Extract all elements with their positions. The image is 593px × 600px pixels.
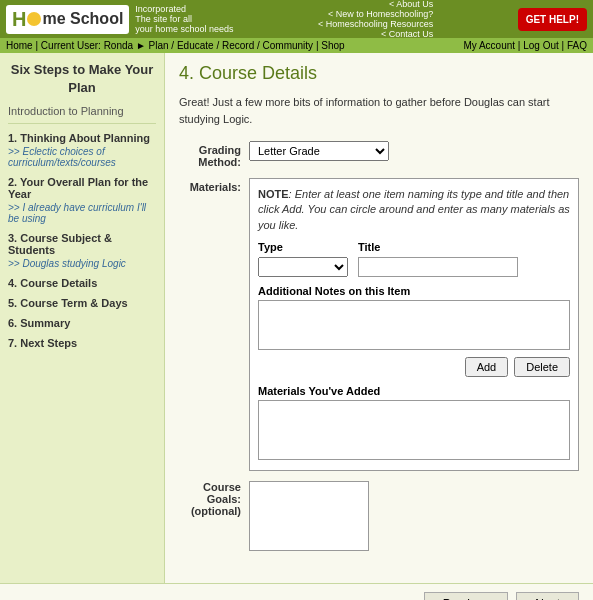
- next-button[interactable]: Next: [516, 592, 579, 600]
- course-goals-row: Course Goals: (optional): [179, 481, 579, 551]
- grading-row: Grading Method: Letter Grade Pass/Fail P…: [179, 141, 579, 168]
- step-1-title: 1. Thinking About Planning: [8, 132, 156, 144]
- resources-link[interactable]: < Homeschooling Resources: [318, 19, 433, 29]
- logo-sub: Incorporated The site for all your home …: [135, 4, 233, 34]
- logo-area: H me School Incorporated The site for al…: [6, 4, 233, 34]
- about-link[interactable]: < About Us: [389, 0, 433, 9]
- step-2-title: 2. Your Overall Plan for the Year: [8, 176, 156, 200]
- educate-link[interactable]: Educate / Record: [177, 40, 254, 51]
- current-user-link[interactable]: Current User: Ronda: [41, 40, 133, 51]
- plan-link[interactable]: Plan: [149, 40, 169, 51]
- type-title-headers: Type Title: [258, 241, 570, 253]
- notes-label: Additional Notes on this Item: [258, 285, 570, 297]
- navbar: Home | Current User: Ronda ► Plan / Educ…: [0, 38, 593, 53]
- logo-circle-icon: [27, 12, 41, 26]
- main-layout: Six Steps to Make Your Plan Introduction…: [0, 53, 593, 583]
- step-5-title: 5. Course Term & Days: [8, 297, 156, 309]
- logo-incorporated: Incorporated: [135, 4, 233, 14]
- materials-added-label: Materials You've Added: [258, 385, 570, 397]
- sidebar-step-1: 1. Thinking About Planning >> Eclectic c…: [8, 132, 156, 168]
- logo-text: me School: [42, 10, 123, 28]
- step-6-title: 6. Summary: [8, 317, 156, 329]
- course-goals-label: Course Goals: (optional): [179, 481, 249, 517]
- sidebar-title: Six Steps to Make Your Plan: [8, 61, 156, 97]
- logo-h: H: [12, 8, 26, 31]
- logo: H me School: [6, 5, 129, 34]
- content-area: 4. Course Details Great! Just a few more…: [165, 53, 593, 583]
- page-title: 4. Course Details: [179, 63, 579, 84]
- materials-container: NOTE: Enter at least one item naming its…: [249, 178, 579, 471]
- tagline-line1: The site for all: [135, 14, 233, 24]
- grading-control: Letter Grade Pass/Fail Percentage None: [249, 141, 579, 161]
- sidebar-step-3: 3. Course Subject & Students >> Douglas …: [8, 232, 156, 269]
- materials-box: NOTE: Enter at least one item naming its…: [249, 178, 579, 471]
- materials-note-text: : Enter at least one item naming its typ…: [258, 188, 570, 231]
- step-7-title: 7. Next Steps: [8, 337, 156, 349]
- sidebar-step-2: 2. Your Overall Plan for the Year >> I a…: [8, 176, 156, 224]
- step-2-link[interactable]: >> I already have curriculum I'll be usi…: [8, 202, 156, 224]
- previous-button[interactable]: Previous: [424, 592, 509, 600]
- add-delete-buttons: Add Delete: [258, 357, 570, 377]
- delete-button[interactable]: Delete: [514, 357, 570, 377]
- breadcrumb: Home | Current User: Ronda ► Plan / Educ…: [6, 40, 345, 51]
- type-select[interactable]: [258, 257, 348, 277]
- intro-text: Great! Just a few more bits of informati…: [179, 94, 579, 127]
- materials-row: Materials: NOTE: Enter at least one item…: [179, 178, 579, 471]
- new-homeschooling-link[interactable]: < New to Homeschooling?: [328, 9, 433, 19]
- materials-note: NOTE: Enter at least one item naming its…: [258, 187, 570, 233]
- title-input[interactable]: [358, 257, 518, 277]
- title-col-label: Title: [358, 241, 518, 253]
- course-goals-textarea[interactable]: [249, 481, 369, 551]
- sidebar-step-7: 7. Next Steps: [8, 337, 156, 349]
- step-1-link[interactable]: >> Eclectic choices of curriculum/texts/…: [8, 146, 156, 168]
- materials-added-textarea[interactable]: [258, 400, 570, 460]
- notes-textarea[interactable]: [258, 300, 570, 350]
- bottom-buttons: Previous Next: [0, 583, 593, 600]
- faq-link[interactable]: FAQ: [567, 40, 587, 51]
- sidebar-step-4: 4. Course Details: [8, 277, 156, 289]
- step-3-title: 3. Course Subject & Students: [8, 232, 156, 256]
- shop-link[interactable]: Shop: [321, 40, 344, 51]
- step-3-link[interactable]: >> Douglas studying Logic: [8, 258, 156, 269]
- sidebar-step-6: 6. Summary: [8, 317, 156, 329]
- sidebar-intro[interactable]: Introduction to Planning: [8, 105, 156, 124]
- tagline-line2: your home school needs: [135, 24, 233, 34]
- sidebar: Six Steps to Make Your Plan Introduction…: [0, 53, 165, 583]
- community-link[interactable]: Community: [263, 40, 314, 51]
- log-out-link[interactable]: Log Out: [523, 40, 559, 51]
- home-link[interactable]: Home: [6, 40, 33, 51]
- sidebar-step-5: 5. Course Term & Days: [8, 297, 156, 309]
- get-help-button[interactable]: GET HELP!: [518, 8, 587, 31]
- header: H me School Incorporated The site for al…: [0, 0, 593, 38]
- add-button[interactable]: Add: [465, 357, 509, 377]
- nav-right: My Account | Log Out | FAQ: [463, 40, 587, 51]
- grading-select[interactable]: Letter Grade Pass/Fail Percentage None: [249, 141, 389, 161]
- my-account-link[interactable]: My Account: [463, 40, 515, 51]
- type-col-label: Type: [258, 241, 348, 253]
- materials-note-bold: NOTE: [258, 188, 289, 200]
- step-4-title: 4. Course Details: [8, 277, 156, 289]
- contact-link[interactable]: < Contact Us: [381, 29, 433, 39]
- header-right: < About Us < New to Homeschooling? < Hom…: [318, 0, 433, 39]
- grading-label: Grading Method:: [179, 141, 249, 168]
- type-input-row: [258, 257, 570, 277]
- materials-label: Materials:: [179, 178, 249, 193]
